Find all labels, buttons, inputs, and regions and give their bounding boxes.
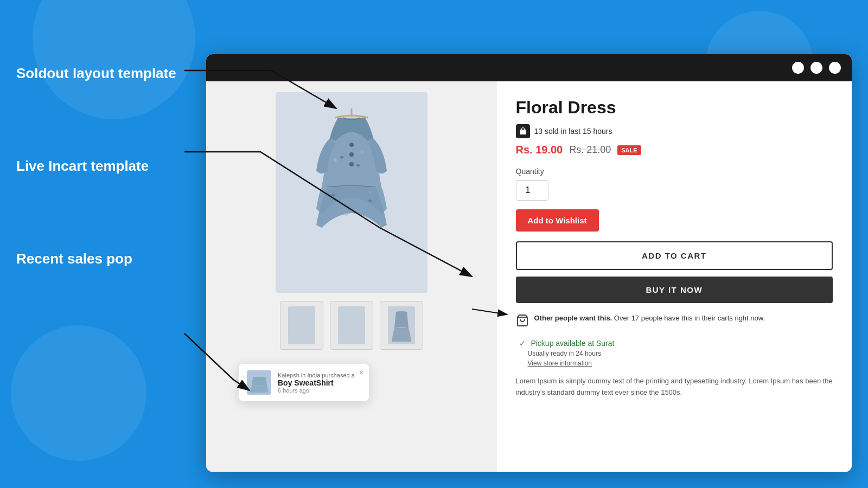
pickup-section: ✓ Pickup available at Surat Usually read… xyxy=(516,339,833,367)
left-labels-container: Soldout layout template Live Incart temp… xyxy=(16,0,201,488)
thumbnail-2[interactable] xyxy=(330,301,373,350)
svg-point-1 xyxy=(349,143,354,147)
label-recent-sales: Recent sales pop xyxy=(16,251,201,267)
pickup-subtitle: Usually ready in 24 hours xyxy=(528,350,833,357)
browser-window: Kalepsh in India purchased a Boy SweatSh… xyxy=(206,54,852,472)
svg-point-9 xyxy=(359,205,361,207)
sales-popup: Kalepsh in India purchased a Boy SweatSh… xyxy=(239,364,369,401)
price-original: Rs. 21.00 xyxy=(569,144,611,156)
quantity-label: Quantity xyxy=(516,167,833,176)
sold-badge: 13 sold in last 15 hours xyxy=(516,124,833,138)
sale-badge: SALE xyxy=(617,145,641,155)
svg-point-5 xyxy=(361,151,363,153)
product-title: Floral Dress xyxy=(516,98,833,118)
sales-popup-purchased: Kalepsh in India purchased a xyxy=(278,372,361,378)
product-description: Lorem Ipsum is simply dummy text of the … xyxy=(516,376,833,399)
svg-point-3 xyxy=(349,162,354,166)
view-store-link[interactable]: View store information xyxy=(528,359,833,367)
svg-point-4 xyxy=(334,158,337,162)
sold-text: 13 sold in last 15 hours xyxy=(534,127,612,136)
pickup-check: ✓ Pickup available at Surat xyxy=(516,339,833,348)
wishlist-button[interactable]: Add to Wishlist xyxy=(516,209,599,232)
thumbnail-1[interactable] xyxy=(280,301,323,350)
browser-dot-2 xyxy=(810,62,822,74)
browser-dot-3 xyxy=(829,62,841,74)
cart-icon xyxy=(516,314,529,330)
svg-point-7 xyxy=(369,191,372,194)
label-live-incart: Live Incart template xyxy=(16,158,201,175)
browser-header xyxy=(206,54,852,81)
main-product-image xyxy=(276,92,427,293)
add-to-cart-button[interactable]: ADD TO CART xyxy=(516,241,833,270)
pickup-location: Pickup available at Surat xyxy=(531,339,614,348)
sales-popup-product-name: Boy SweatShirt xyxy=(278,378,361,387)
incart-text: Other people want this. Over 17 people h… xyxy=(534,313,765,324)
buy-now-button[interactable]: BUY IT NOW xyxy=(516,277,833,303)
thumbnail-3[interactable] xyxy=(380,301,423,350)
price-current: Rs. 19.00 xyxy=(516,144,563,156)
quantity-input[interactable] xyxy=(516,180,548,201)
incart-notice: Other people want this. Over 17 people h… xyxy=(516,313,833,330)
sales-popup-time: 6 hours ago xyxy=(278,387,361,394)
svg-point-2 xyxy=(349,152,354,157)
label-soldout: Soldout layout template xyxy=(16,65,201,82)
browser-dot-1 xyxy=(792,62,804,74)
price-row: Rs. 19.00 Rs. 21.00 SALE xyxy=(516,144,833,156)
incart-text-bold: Other people want this. xyxy=(534,314,612,322)
sales-popup-avatar xyxy=(247,370,271,395)
sales-popup-text: Kalepsh in India purchased a Boy SweatSh… xyxy=(278,372,361,394)
checkmark-icon: ✓ xyxy=(519,339,526,348)
sales-popup-close-button[interactable]: × xyxy=(359,368,363,377)
product-page: Kalepsh in India purchased a Boy SweatSh… xyxy=(206,81,852,472)
product-image-section: Kalepsh in India purchased a Boy SweatSh… xyxy=(206,81,497,472)
svg-point-6 xyxy=(331,196,334,200)
shopping-bag-icon xyxy=(516,124,530,138)
incart-text-detail: Over 17 people have this in their carts … xyxy=(612,314,765,322)
dress-illustration xyxy=(292,106,411,279)
thumbnail-row xyxy=(280,301,423,350)
product-details-section: Floral Dress 13 sold in last 15 hours Rs… xyxy=(497,81,852,472)
svg-point-8 xyxy=(344,213,348,216)
